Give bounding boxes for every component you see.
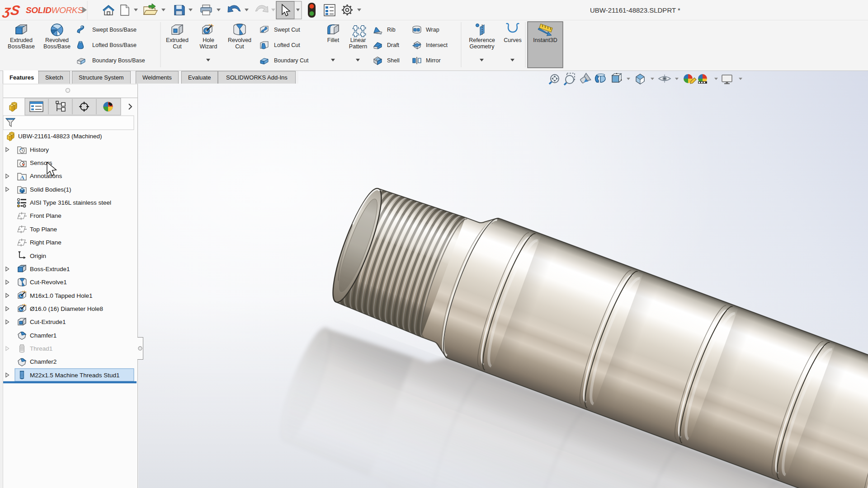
svg-text:Swept Boss/Base: Swept Boss/Base (92, 27, 137, 33)
svg-text:Boss-Extrude1: Boss-Extrude1 (30, 266, 70, 272)
svg-text:Ø16.0 (16) Diameter Hole8: Ø16.0 (16) Diameter Hole8 (30, 305, 103, 312)
svg-text:Boundary Boss/Base: Boundary Boss/Base (92, 57, 145, 64)
svg-text:Boss/Base: Boss/Base (8, 43, 35, 50)
svg-text:Geometry: Geometry (470, 43, 495, 50)
svg-text:Draft: Draft (387, 42, 400, 48)
svg-text:Boss/Base: Boss/Base (43, 43, 71, 50)
svg-text:AISI Type 316L stainless steel: AISI Type 316L stainless steel (30, 199, 111, 206)
svg-text:Revolved: Revolved (228, 37, 251, 43)
svg-text:Top Plane: Top Plane (30, 226, 57, 233)
svg-text:UBW-21161-48823 (Machined): UBW-21161-48823 (Machined) (18, 133, 102, 140)
svg-text:Hole: Hole (203, 37, 214, 43)
svg-text:M16x1.0 Tapped Hole1: M16x1.0 Tapped Hole1 (30, 292, 93, 299)
svg-text:Revolved: Revolved (45, 37, 69, 43)
svg-text:Wrap: Wrap (426, 27, 439, 33)
svg-text:Reference: Reference (469, 37, 495, 43)
svg-text:A: A (20, 174, 25, 181)
svg-text:Swept Cut: Swept Cut (274, 27, 300, 33)
svg-text:Fillet: Fillet (327, 37, 340, 43)
svg-text:Extruded: Extruded (10, 37, 33, 43)
svg-text:Front Plane: Front Plane (30, 212, 61, 219)
svg-text:Chamfer2: Chamfer2 (30, 358, 57, 365)
svg-text:SOLIDWORKS: SOLIDWORKS (26, 5, 83, 15)
svg-text:Chamfer1: Chamfer1 (30, 332, 57, 339)
svg-text:Pattern: Pattern (349, 43, 367, 50)
svg-text:Mirror: Mirror (426, 57, 441, 64)
svg-text:Intersect: Intersect (426, 42, 448, 48)
svg-text:ʒS: ʒS (1, 3, 21, 18)
svg-text:Cut-Revolve1: Cut-Revolve1 (30, 279, 67, 286)
svg-text:M22x1.5 Machine Threads Stud1: M22x1.5 Machine Threads Stud1 (30, 372, 120, 379)
svg-text:Instant3D: Instant3D (533, 37, 557, 43)
svg-text:Right Plane: Right Plane (30, 239, 61, 246)
svg-text:Thread1: Thread1 (30, 345, 52, 352)
svg-text:Boundary Cut: Boundary Cut (274, 57, 309, 64)
svg-text:Cut: Cut (235, 43, 244, 50)
svg-text:Cut: Cut (173, 43, 182, 50)
svg-text:History: History (30, 146, 49, 153)
svg-text:Cut-Extrude1: Cut-Extrude1 (30, 319, 66, 325)
svg-text:Origin: Origin (30, 253, 46, 259)
svg-text:Curves: Curves (504, 37, 522, 43)
svg-text:Shell: Shell (387, 57, 400, 64)
svg-text:Rib: Rib (387, 27, 396, 33)
svg-text:Annotations: Annotations (30, 173, 62, 179)
svg-text:Extruded: Extruded (166, 37, 189, 43)
svg-text:Lofted Cut: Lofted Cut (274, 42, 300, 48)
svg-text:Wizard: Wizard (200, 43, 217, 50)
svg-text:Lofted Boss/Base: Lofted Boss/Base (92, 42, 137, 48)
svg-text:Linear: Linear (350, 37, 366, 43)
svg-text:Solid Bodies(1): Solid Bodies(1) (30, 186, 71, 193)
